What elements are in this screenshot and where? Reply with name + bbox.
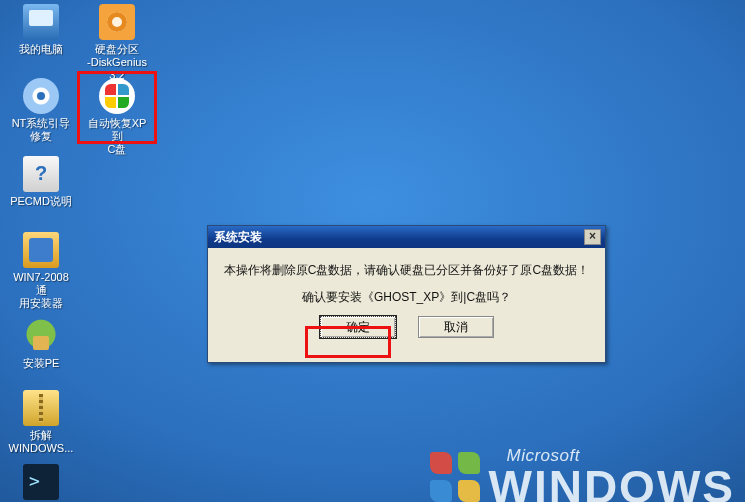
windows-flag-icon (430, 452, 480, 502)
system-install-dialog: 系统安装 × 本操作将删除原C盘数据，请确认硬盘已分区并备份好了原C盘数据！ 确… (207, 225, 606, 363)
dialog-titlebar[interactable]: 系统安装 × (208, 226, 605, 248)
computer-icon (23, 4, 59, 40)
desktop-icon-auto-restore-xp[interactable]: 自动恢复XP到C盘 (82, 78, 152, 156)
dialog-message-1: 本操作将删除原C盘数据，请确认硬盘已分区并备份好了原C盘数据！ (220, 262, 593, 279)
icon-label: NT系统引导修复 (6, 117, 76, 143)
icon-label: WIN7-2008通用安装器 (6, 271, 76, 310)
dialog-buttons: 确定 取消 (220, 316, 593, 338)
cd-icon (23, 78, 59, 114)
desktop-icon-nt-boot-repair[interactable]: NT系统引导修复 (6, 78, 76, 143)
windows-flag-icon (99, 78, 135, 114)
windows-logo: Microsoft WINDOWS (488, 446, 735, 502)
desktop-icon-my-computer[interactable]: 我的电脑 (6, 4, 76, 56)
dialog-message-2: 确认要安装《GHOST_XP》到|C盘吗？ (220, 289, 593, 306)
archive-icon (23, 390, 59, 426)
disk-icon (99, 4, 135, 40)
icon-label: 安装PE (6, 357, 76, 370)
desktop-icon-win7-2008-installer[interactable]: WIN7-2008通用安装器 (6, 232, 76, 310)
cancel-button[interactable]: 取消 (418, 316, 494, 338)
desktop-icon-pecmd-help[interactable]: PECMD说明 (6, 156, 76, 208)
icon-label: PECMD说明 (6, 195, 76, 208)
ok-button[interactable]: 确定 (320, 316, 396, 338)
desktop-icon-extract-windows[interactable]: 拆解WINDOWS... (6, 390, 76, 455)
dialog-body: 本操作将删除原C盘数据，请确认硬盘已分区并备份好了原C盘数据！ 确认要安装《GH… (208, 248, 605, 338)
pe-icon (23, 318, 59, 354)
close-icon: × (589, 229, 596, 243)
desktop-icon-install-pe[interactable]: 安装PE (6, 318, 76, 370)
icon-label: 拆解WINDOWS... (6, 429, 76, 455)
desktop: 我的电脑 NT系统引导修复 PECMD说明 WIN7-2008通用安装器 安装P… (0, 0, 745, 502)
icon-label: 自动恢复XP到C盘 (82, 117, 152, 156)
icon-label: 硬盘分区-DiskGenius 3.2 (82, 43, 152, 82)
close-button[interactable]: × (584, 229, 601, 245)
desktop-icon-disk-partition[interactable]: 硬盘分区-DiskGenius 3.2 (82, 4, 152, 82)
desktop-icon-manual-run[interactable]: 手动运行 (6, 464, 76, 502)
dialog-title: 系统安装 (214, 226, 262, 248)
brand-windows: WINDOWS (488, 466, 735, 502)
cmd-icon (23, 464, 59, 500)
installer-icon (23, 232, 59, 268)
icon-label: 我的电脑 (6, 43, 76, 56)
help-icon (23, 156, 59, 192)
